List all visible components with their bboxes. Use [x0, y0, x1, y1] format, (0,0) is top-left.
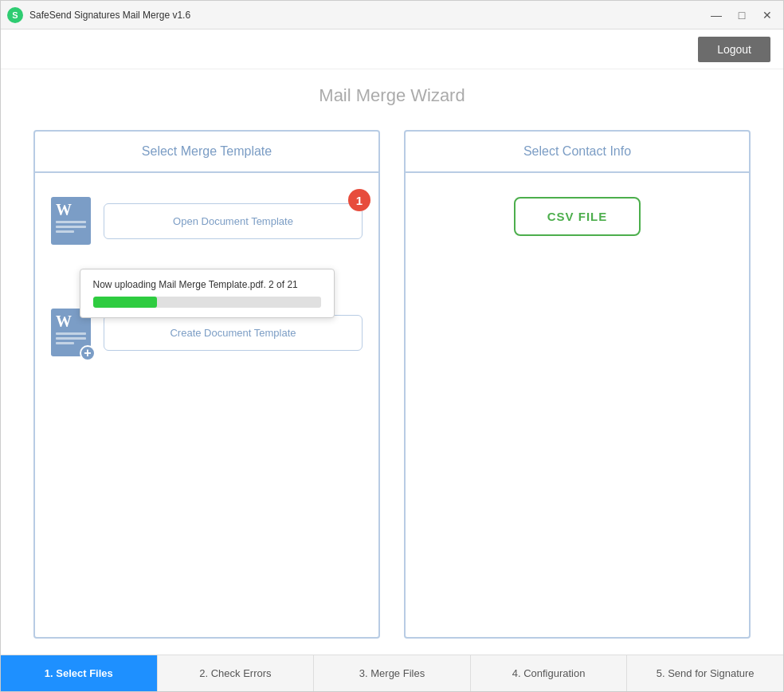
tab-send-for-signature[interactable]: 5. Send for Signature [627, 655, 783, 691]
right-panel-header: Select Contact Info [406, 132, 749, 173]
w-letter: W [56, 202, 72, 218]
doc-line-2 [56, 226, 86, 228]
doc-line-3 [56, 230, 74, 233]
notification-badge: 1 [348, 189, 370, 211]
select-contact-info-panel: Select Contact Info CSV FILE [404, 130, 751, 639]
doc-lines-2 [56, 332, 86, 344]
toolbar: Logout [1, 29, 783, 69]
left-panel-body: W Open Document Template 1 [35, 173, 378, 637]
tab-merge-files[interactable]: 3. Merge Files [314, 655, 471, 691]
tab-select-files[interactable]: 1. Select Files [1, 655, 158, 691]
tab-check-errors[interactable]: 2. Check Errors [158, 655, 315, 691]
app-icon: S [7, 7, 23, 23]
progress-bar-bg [93, 297, 321, 308]
app-title: SafeSend Signatures Mail Merge v1.6 [29, 10, 707, 21]
minimize-button[interactable]: — [707, 6, 726, 25]
upload-tooltip: Now uploading Mail Merge Template.pdf. 2… [80, 269, 335, 318]
doc-line-5 [56, 337, 86, 340]
tab-configuration[interactable]: 4. Configuration [471, 655, 628, 691]
csv-file-button[interactable]: CSV FILE [514, 197, 641, 236]
titlebar: S SafeSend Signatures Mail Merge v1.6 — … [1, 1, 783, 29]
window-controls: — □ ✕ [707, 6, 777, 25]
maximize-button[interactable]: □ [732, 6, 751, 25]
app-window: S SafeSend Signatures Mail Merge v1.6 — … [0, 0, 784, 692]
open-document-template-button[interactable]: Open Document Template [104, 203, 363, 239]
word-doc-icon: W [51, 197, 91, 245]
upload-text: Now uploading Mail Merge Template.pdf. 2… [93, 279, 321, 290]
main-content: Mail Merge Wizard Select Merge Template … [1, 69, 783, 655]
panels-row: Select Merge Template W Open Docume [33, 130, 751, 639]
select-merge-template-panel: Select Merge Template W Open Docume [33, 130, 380, 639]
open-template-row: W Open Document Template 1 [51, 197, 363, 245]
doc-lines [56, 221, 86, 233]
doc-line-1 [56, 221, 86, 223]
right-panel-body: CSV FILE [406, 173, 749, 637]
logout-button[interactable]: Logout [698, 37, 770, 62]
doc-line-4 [56, 332, 86, 335]
w-letter-2: W [56, 313, 72, 329]
doc-line-6 [56, 342, 74, 344]
plus-icon: + [80, 345, 96, 361]
create-document-template-button[interactable]: Create Document Template [104, 315, 363, 351]
bottom-tabs: 1. Select Files 2. Check Errors 3. Merge… [1, 655, 783, 691]
left-panel-header: Select Merge Template [35, 132, 378, 173]
wizard-title: Mail Merge Wizard [319, 85, 465, 106]
progress-bar-fill [93, 297, 157, 308]
close-button[interactable]: ✕ [758, 6, 777, 25]
